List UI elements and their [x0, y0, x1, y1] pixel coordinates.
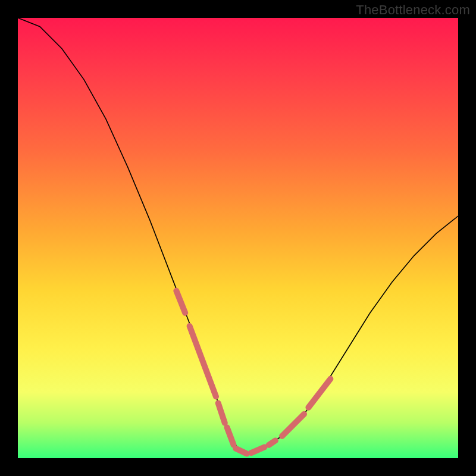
watermark-text: TheBottleneck.com: [356, 2, 470, 18]
highlight-segment: [218, 403, 225, 423]
chart-frame: TheBottleneck.com: [0, 0, 476, 476]
plot-area: [18, 18, 458, 458]
highlight-segment: [269, 440, 275, 444]
highlight-segment: [282, 414, 304, 436]
highlight-segment: [251, 447, 264, 453]
chart-svg: [18, 18, 458, 458]
highlight-segment: [176, 291, 185, 313]
highlight-segment: [227, 427, 234, 445]
highlight-segment: [190, 326, 216, 396]
highlight-segment: [308, 379, 330, 408]
bottleneck-curve: [18, 18, 458, 454]
highlight-segment: [236, 449, 247, 454]
